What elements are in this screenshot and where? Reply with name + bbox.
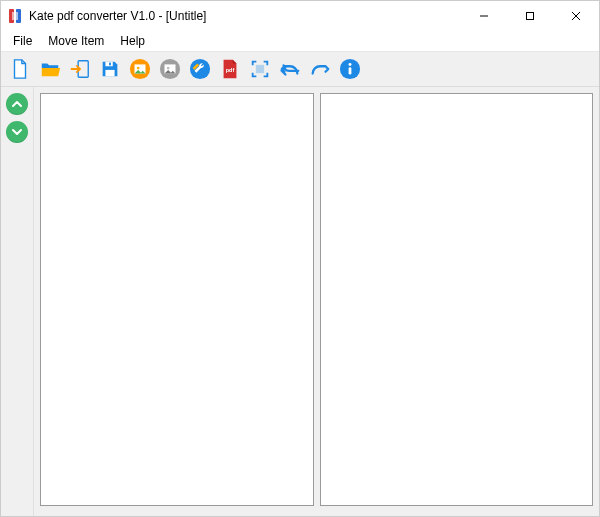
pdf-icon: pdf: [219, 58, 241, 80]
picture-gray-icon: [159, 58, 181, 80]
panels: [34, 87, 599, 516]
right-panel[interactable]: [320, 93, 594, 506]
title-bar: Kate pdf converter V1.0 - [Untitle]: [1, 1, 599, 31]
new-file-button[interactable]: [7, 56, 33, 82]
fit-screen-button[interactable]: [247, 56, 273, 82]
save-icon: [99, 58, 121, 80]
info-icon: [339, 58, 361, 80]
svg-rect-19: [256, 65, 263, 72]
application-window: Kate pdf converter V1.0 - [Untitle] File…: [0, 0, 600, 517]
new-file-icon: [9, 58, 31, 80]
content-area: [1, 87, 599, 516]
svg-rect-9: [105, 70, 114, 76]
window-controls: [461, 1, 599, 31]
undo-icon: [279, 58, 301, 80]
chevron-down-icon: [11, 126, 23, 138]
menu-bar: File Move Item Help: [1, 31, 599, 52]
svg-rect-8: [105, 62, 112, 67]
info-button[interactable]: [337, 56, 363, 82]
toolbar: pdf: [1, 52, 599, 87]
menu-file[interactable]: File: [5, 32, 40, 50]
menu-move-item[interactable]: Move Item: [40, 32, 112, 50]
save-button[interactable]: [97, 56, 123, 82]
close-button[interactable]: [553, 1, 599, 31]
import-icon: [69, 58, 91, 80]
svg-text:pdf: pdf: [226, 67, 235, 73]
svg-rect-10: [109, 63, 111, 66]
app-icon: [7, 8, 23, 24]
redo-button[interactable]: [307, 56, 333, 82]
svg-point-21: [349, 63, 352, 66]
chevron-up-icon: [11, 98, 23, 110]
svg-point-16: [167, 67, 170, 70]
left-panel[interactable]: [40, 93, 314, 506]
svg-point-13: [137, 67, 140, 70]
svg-rect-2: [12, 12, 18, 20]
undo-button[interactable]: [277, 56, 303, 82]
open-button[interactable]: [37, 56, 63, 82]
pdf-button[interactable]: pdf: [217, 56, 243, 82]
menu-help[interactable]: Help: [112, 32, 153, 50]
fit-screen-icon: [249, 58, 271, 80]
open-folder-icon: [39, 58, 61, 80]
svg-rect-22: [349, 67, 352, 74]
picture-icon: [129, 58, 151, 80]
picture-color-button[interactable]: [127, 56, 153, 82]
maximize-button[interactable]: [507, 1, 553, 31]
move-down-button[interactable]: [6, 121, 28, 143]
minimize-button[interactable]: [461, 1, 507, 31]
svg-rect-4: [527, 13, 534, 20]
window-title: Kate pdf converter V1.0 - [Untitle]: [29, 9, 206, 23]
side-strip: [1, 87, 34, 516]
import-button[interactable]: [67, 56, 93, 82]
tools-icon: [189, 58, 211, 80]
tools-button[interactable]: [187, 56, 213, 82]
picture-gray-button[interactable]: [157, 56, 183, 82]
move-up-button[interactable]: [6, 93, 28, 115]
redo-icon: [309, 58, 331, 80]
